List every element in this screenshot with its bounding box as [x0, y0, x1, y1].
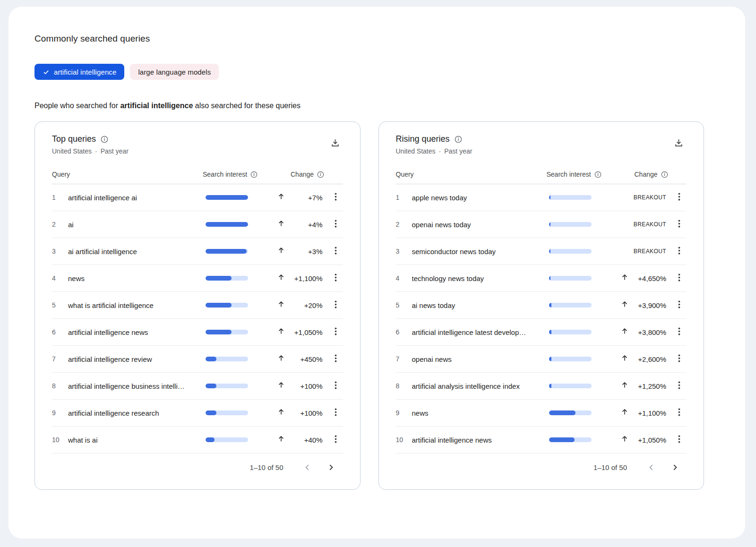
- change-value: +1,050%: [638, 436, 666, 444]
- query-link[interactable]: artificial intelligence latest develop…: [412, 328, 550, 336]
- table-row: 9news+1,100%: [396, 400, 687, 427]
- column-header-interest: Search interest: [203, 171, 247, 178]
- card-period: Past year: [444, 147, 472, 155]
- info-icon[interactable]: [661, 171, 668, 178]
- card-title: Rising queries: [396, 134, 450, 144]
- kebab-menu-button[interactable]: [666, 381, 687, 391]
- change-cell: +2,600%: [621, 354, 666, 364]
- chip-artificial-intelligence[interactable]: artificial intelligence: [34, 64, 124, 80]
- row-rank: 8: [396, 382, 412, 390]
- query-link[interactable]: apple news today: [412, 194, 550, 202]
- kebab-menu-button[interactable]: [323, 220, 343, 229]
- kebab-menu-button[interactable]: [666, 193, 687, 202]
- row-rank: 2: [396, 221, 412, 228]
- info-icon[interactable]: [317, 171, 324, 178]
- query-table: 1artificial intelligence ai+7%2ai+4%3ai …: [52, 184, 343, 453]
- separator-dot: ·: [95, 147, 97, 155]
- change-value: BREAKOUT: [634, 221, 666, 228]
- kebab-icon: [676, 327, 683, 337]
- query-link[interactable]: what is artificial intelligence: [68, 301, 206, 309]
- row-rank: 5: [52, 301, 68, 309]
- download-button[interactable]: [327, 135, 343, 152]
- row-rank: 4: [52, 274, 68, 282]
- query-link[interactable]: technology news today: [412, 274, 550, 282]
- pagination: 1–10 of 50: [52, 453, 343, 483]
- table-header: Query Search interest Change: [396, 165, 687, 184]
- change-cell: +3,800%: [621, 327, 666, 337]
- info-icon[interactable]: [594, 171, 601, 178]
- kebab-menu-button[interactable]: [666, 354, 687, 364]
- column-header-interest: Search interest: [547, 171, 591, 178]
- query-link[interactable]: news: [412, 409, 550, 417]
- query-link[interactable]: what is ai: [68, 436, 206, 444]
- kebab-menu-button[interactable]: [666, 247, 687, 256]
- search-interest-bar: [549, 437, 592, 442]
- kebab-icon: [676, 193, 683, 202]
- query-link[interactable]: semiconductor news today: [412, 248, 550, 256]
- next-page-button[interactable]: [663, 458, 687, 477]
- kebab-menu-button[interactable]: [323, 354, 343, 364]
- query-link[interactable]: artificial intelligence research: [68, 409, 206, 417]
- query-link[interactable]: artificial intelligence news: [68, 328, 206, 336]
- info-icon[interactable]: [250, 171, 258, 178]
- table-row: 3ai artificial intelligence+3%: [52, 238, 343, 265]
- prev-page-button[interactable]: [296, 458, 319, 477]
- up-arrow-icon: [621, 300, 628, 310]
- kebab-menu-button[interactable]: [666, 408, 687, 418]
- up-arrow-icon: [277, 274, 285, 283]
- change-value: +7%: [308, 194, 322, 202]
- query-link[interactable]: artificial intelligence business intelli…: [68, 382, 206, 390]
- kebab-menu-button[interactable]: [323, 327, 343, 337]
- search-interest-bar: [206, 222, 248, 227]
- kebab-menu-button[interactable]: [666, 327, 687, 337]
- kebab-icon: [676, 247, 683, 256]
- change-value: +100%: [300, 382, 322, 390]
- query-link[interactable]: openai news today: [412, 221, 550, 229]
- kebab-icon: [332, 300, 339, 310]
- kebab-menu-button[interactable]: [323, 274, 343, 283]
- table-row: 1artificial intelligence ai+7%: [52, 184, 343, 211]
- next-page-button[interactable]: [319, 458, 343, 477]
- card-title: Top queries: [52, 134, 96, 144]
- query-link[interactable]: news: [68, 274, 206, 282]
- kebab-icon: [332, 220, 339, 229]
- kebab-menu-button[interactable]: [323, 381, 343, 391]
- pagination-label: 1–10 of 50: [593, 463, 627, 471]
- row-rank: 7: [52, 355, 68, 363]
- kebab-menu-button[interactable]: [323, 435, 343, 444]
- search-interest-bar: [206, 330, 248, 334]
- search-interest-bar: [549, 330, 592, 334]
- change-value: +4,650%: [638, 274, 666, 282]
- change-value: +40%: [304, 436, 323, 444]
- download-button[interactable]: [671, 135, 687, 152]
- change-value: +1,100%: [294, 274, 323, 282]
- query-link[interactable]: artificial intelligence ai: [68, 194, 206, 202]
- kebab-icon: [676, 300, 683, 310]
- info-icon[interactable]: [101, 136, 108, 143]
- kebab-menu-button[interactable]: [323, 193, 343, 202]
- query-link[interactable]: ai news today: [412, 301, 550, 309]
- table-row: 2openai news todayBREAKOUT: [396, 211, 687, 238]
- row-rank: 6: [52, 328, 68, 336]
- chip-large-language-models[interactable]: large language models: [130, 64, 219, 80]
- query-link[interactable]: ai artificial intelligence: [68, 248, 206, 256]
- kebab-menu-button[interactable]: [666, 274, 687, 283]
- kebab-menu-button[interactable]: [323, 247, 343, 256]
- query-link[interactable]: artificial intelligence news: [412, 436, 550, 444]
- query-link[interactable]: artificial intelligence review: [68, 355, 206, 363]
- prev-page-button[interactable]: [639, 458, 663, 477]
- up-arrow-icon: [277, 408, 285, 418]
- topic-chips: artificial intelligence large language m…: [34, 64, 704, 80]
- query-link[interactable]: ai: [68, 221, 206, 229]
- kebab-menu-button[interactable]: [666, 220, 687, 229]
- query-link[interactable]: artificial analysis intelligence index: [412, 382, 550, 390]
- query-link[interactable]: openai news: [412, 355, 550, 363]
- kebab-icon: [332, 354, 339, 364]
- kebab-menu-button[interactable]: [323, 408, 343, 418]
- card-region: United States: [396, 147, 436, 155]
- info-icon[interactable]: [455, 136, 462, 143]
- kebab-menu-button[interactable]: [666, 435, 687, 444]
- kebab-menu-button[interactable]: [666, 300, 687, 310]
- kebab-menu-button[interactable]: [323, 300, 343, 310]
- search-interest-bar: [549, 384, 592, 388]
